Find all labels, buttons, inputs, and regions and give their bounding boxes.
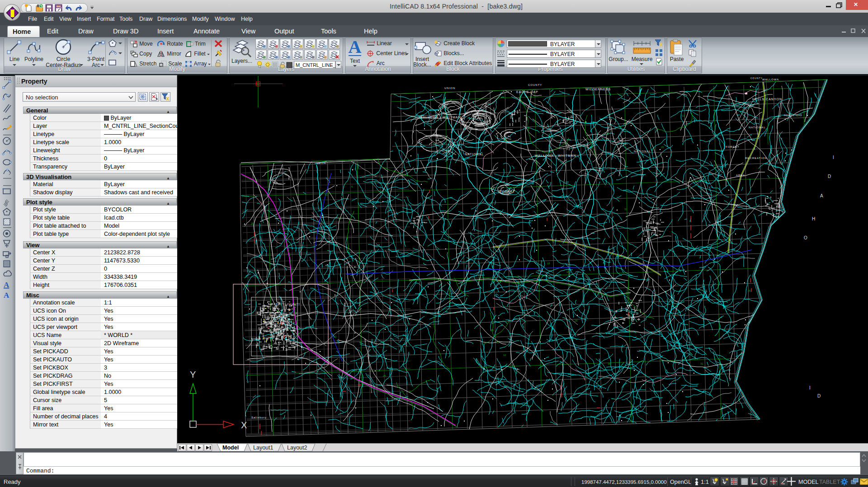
svg-text:31: 31 bbox=[325, 193, 328, 196]
svg-text:25: 25 bbox=[661, 146, 664, 149]
svg-text:6: 6 bbox=[351, 185, 353, 188]
svg-text:I: I bbox=[809, 385, 811, 390]
svg-text:NATIONAL: NATIONAL bbox=[465, 153, 484, 156]
svg-text:18: 18 bbox=[547, 262, 550, 265]
svg-text:A: A bbox=[820, 193, 823, 198]
svg-text:25: 25 bbox=[383, 375, 386, 377]
svg-text:X: X bbox=[241, 420, 247, 430]
svg-text:WALLOWA - WHITMAN: WALLOWA - WHITMAN bbox=[420, 116, 461, 119]
svg-text:HELLS CANYON: HELLS CANYON bbox=[752, 98, 782, 101]
svg-text:12: 12 bbox=[334, 335, 337, 338]
svg-text:WILDERNESS: WILDERNESS bbox=[585, 88, 611, 91]
svg-text:25: 25 bbox=[748, 290, 751, 292]
svg-text:31: 31 bbox=[700, 362, 703, 365]
svg-text:25: 25 bbox=[504, 138, 507, 141]
svg-text:UNION: UNION bbox=[316, 162, 326, 164]
svg-text:36: 36 bbox=[608, 362, 611, 365]
svg-text:AREA: AREA bbox=[736, 174, 745, 177]
svg-text:Salisbury: Salisbury bbox=[251, 416, 267, 419]
svg-text:O: O bbox=[804, 235, 807, 240]
svg-text:EAGLE CAP: EAGLE CAP bbox=[516, 90, 538, 94]
svg-text:36: 36 bbox=[491, 329, 494, 332]
svg-text:WALLOWA: WALLOWA bbox=[762, 78, 779, 81]
svg-text:FOREST: FOREST bbox=[500, 190, 515, 193]
svg-text:18: 18 bbox=[606, 132, 609, 135]
svg-text:NATIONAL: NATIONAL bbox=[749, 126, 766, 129]
svg-text:BAKER CITY VICINITY: BAKER CITY VICINITY bbox=[268, 303, 300, 305]
svg-text:COUNTY: COUNTY bbox=[750, 77, 763, 80]
svg-text:D: D bbox=[828, 174, 831, 179]
svg-text:WALLOWA - WHITMAN: WALLOWA - WHITMAN bbox=[535, 154, 576, 157]
svg-text:31: 31 bbox=[512, 140, 515, 143]
svg-text:18: 18 bbox=[566, 271, 570, 273]
svg-text:FOREST: FOREST bbox=[726, 145, 739, 148]
svg-text:31: 31 bbox=[624, 208, 627, 211]
svg-text:RECREATION: RECREATION bbox=[745, 157, 767, 159]
svg-text:H: H bbox=[812, 216, 815, 221]
svg-text:25: 25 bbox=[619, 126, 622, 129]
svg-text:NATIONAL: NATIONAL bbox=[634, 150, 651, 153]
svg-text:I: I bbox=[833, 155, 834, 160]
svg-text:25: 25 bbox=[575, 319, 578, 322]
svg-text:A: A bbox=[4, 281, 9, 289]
svg-text:HOMESTEAD: HOMESTEAD bbox=[784, 114, 802, 117]
svg-text:Model: Model bbox=[222, 445, 239, 451]
svg-text:12: 12 bbox=[496, 341, 499, 344]
svg-text:BAKER CITY: BAKER CITY bbox=[251, 337, 269, 340]
svg-text:12: 12 bbox=[682, 114, 685, 117]
svg-text:Layout1: Layout1 bbox=[253, 445, 274, 451]
svg-text:12: 12 bbox=[503, 354, 506, 356]
svg-text:COUNTY: COUNTY bbox=[528, 84, 542, 86]
svg-text:D: D bbox=[817, 393, 821, 398]
svg-text:Layout2: Layout2 bbox=[287, 445, 307, 451]
svg-text:31: 31 bbox=[630, 299, 633, 302]
svg-text:A: A bbox=[4, 291, 9, 300]
svg-text:25: 25 bbox=[422, 258, 425, 261]
svg-text:UNION: UNION bbox=[444, 87, 455, 89]
svg-text:Y: Y bbox=[190, 370, 196, 379]
svg-text:12: 12 bbox=[339, 217, 342, 220]
svg-text:25: 25 bbox=[251, 222, 254, 225]
